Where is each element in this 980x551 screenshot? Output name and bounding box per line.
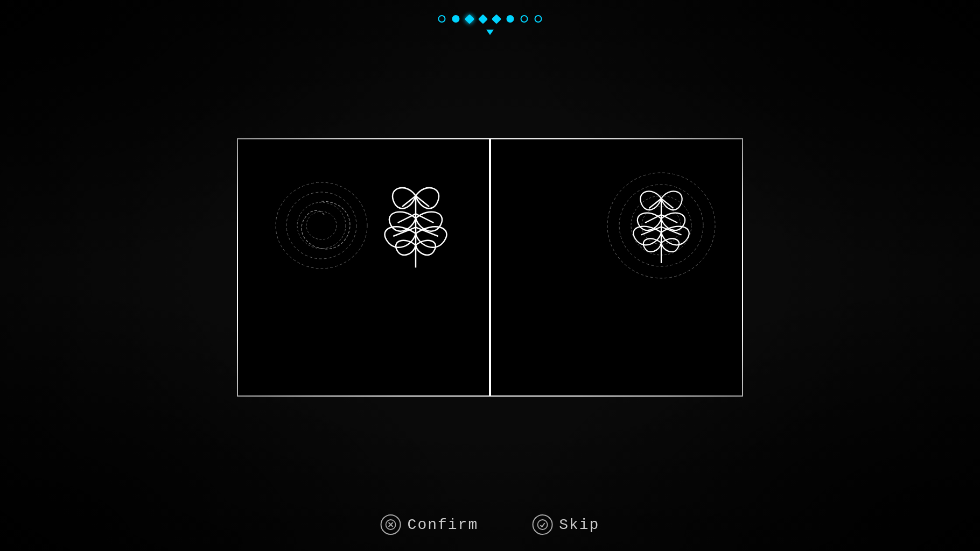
svg-point-25 xyxy=(537,520,547,529)
confirm-label: Confirm xyxy=(408,517,479,533)
progress-dot-6 xyxy=(507,15,514,23)
progress-dot-4 xyxy=(478,14,488,24)
progress-dot-7 xyxy=(521,15,528,23)
progress-dot-1 xyxy=(438,15,446,23)
confirm-button[interactable]: Confirm xyxy=(381,514,479,535)
svg-line-19 xyxy=(661,215,677,223)
skip-button[interactable]: Skip xyxy=(532,514,599,535)
svg-point-0 xyxy=(276,182,367,269)
progress-dot-3-active xyxy=(465,14,474,24)
progress-indicator xyxy=(438,15,542,23)
panels-container xyxy=(237,138,743,397)
progress-dot-5 xyxy=(492,14,501,24)
progress-dot-8 xyxy=(535,15,542,23)
progress-dot-2 xyxy=(452,15,460,23)
right-panel-leaf xyxy=(613,174,710,271)
right-panel[interactable] xyxy=(490,138,743,397)
svg-line-18 xyxy=(645,215,661,223)
svg-line-8 xyxy=(416,214,433,223)
active-dot-arrow xyxy=(486,30,494,35)
main-content-area xyxy=(0,0,980,551)
bottom-controls: Confirm Skip xyxy=(381,514,600,535)
svg-point-2 xyxy=(297,202,346,249)
skip-label: Skip xyxy=(559,517,599,533)
left-panel[interactable] xyxy=(237,138,490,397)
skip-icon xyxy=(532,514,552,535)
confirm-icon xyxy=(381,514,401,535)
svg-line-7 xyxy=(398,214,416,223)
left-panel-leaf xyxy=(362,169,470,277)
svg-point-3 xyxy=(306,211,337,239)
